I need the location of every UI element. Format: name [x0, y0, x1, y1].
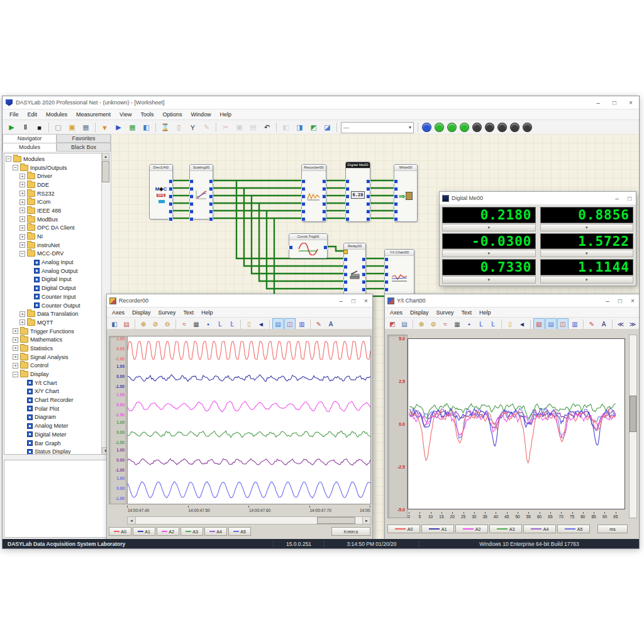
collapse-icon[interactable]: −: [13, 165, 18, 170]
minimize-button[interactable]: –: [590, 97, 606, 109]
input-port[interactable]: [384, 257, 389, 262]
tree-item-mathematics[interactable]: +Mathematics: [6, 335, 109, 344]
time-unit-button[interactable]: ms: [597, 525, 628, 533]
window-layout-button-3[interactable]: ◩: [307, 121, 320, 134]
layout-single-icon[interactable]: ▤: [272, 318, 284, 330]
yt-menu-display[interactable]: Display: [406, 309, 433, 316]
worksheet-page-2-button[interactable]: [447, 123, 457, 132]
input-port[interactable]: [343, 280, 348, 284]
output-port[interactable]: [322, 179, 326, 184]
tree-item-modules[interactable]: −Modules: [6, 155, 109, 164]
output-port[interactable]: [366, 179, 370, 184]
input-port[interactable]: [301, 217, 306, 221]
channel-button-a1[interactable]: A1: [421, 525, 454, 533]
window-tool-button[interactable]: ◧: [140, 121, 153, 134]
recorder-h-scrollbar[interactable]: ◄ ►: [127, 516, 371, 525]
output-port[interactable]: [169, 194, 173, 199]
output-port[interactable]: [209, 179, 213, 184]
tree-item-status-display[interactable]: Status Display: [6, 447, 109, 455]
pointer-icon[interactable]: ◄: [516, 318, 528, 330]
start-button[interactable]: ▶: [5, 121, 18, 134]
layout-bars-icon[interactable]: ▥: [296, 318, 308, 330]
curve-icon[interactable]: ≈: [179, 318, 190, 330]
tree-item-statistics[interactable]: +Statistics: [6, 344, 109, 353]
yt-v-scrollbar[interactable]: [629, 335, 637, 518]
menu-window[interactable]: Window: [187, 111, 216, 118]
input-port[interactable]: [343, 287, 348, 292]
worksheet-page-1-button[interactable]: [435, 123, 444, 132]
tree-item-analog-meter[interactable]: Analog Meter: [6, 421, 109, 430]
input-port[interactable]: [189, 202, 194, 206]
minimize-button[interactable]: –: [335, 295, 347, 307]
display-menu-bar[interactable]: ▼: [540, 250, 634, 257]
window-layout-button-2[interactable]: ◨: [293, 121, 306, 134]
scroll-up-icon[interactable]: ▲: [102, 153, 109, 160]
tab-navigator[interactable]: Navigator: [3, 134, 57, 143]
y-axis-icon[interactable]: L: [475, 318, 487, 330]
output-port[interactable]: [366, 194, 370, 199]
close-button[interactable]: ×: [623, 97, 639, 109]
output-port[interactable]: [209, 202, 213, 206]
worksheet-page-5-button[interactable]: [485, 123, 494, 132]
maximize-button[interactable]: □: [623, 192, 636, 204]
open-worksheet-button[interactable]: ▣: [65, 121, 79, 134]
tab-black-box[interactable]: Black Box: [57, 143, 111, 152]
scroll-end-icon[interactable]: ≫: [627, 318, 638, 330]
worksheet-page-6-button[interactable]: [497, 123, 507, 132]
zoom-combobox[interactable]: —▾: [341, 122, 414, 133]
minimize-button[interactable]: –: [601, 295, 614, 307]
input-port[interactable]: [301, 202, 306, 206]
input-port[interactable]: [343, 257, 348, 262]
module-dev1ai0[interactable]: Dev1/Ai0M◆CDAQ: [149, 164, 173, 219]
module-ytchart00[interactable]: Y/t Chart00: [384, 249, 414, 299]
input-port[interactable]: [394, 194, 398, 199]
tree-item-x-y-chart[interactable]: X/Y Chart: [6, 387, 109, 396]
zoom-out-icon[interactable]: ⊖: [162, 318, 173, 330]
menu-options[interactable]: Options: [158, 111, 186, 118]
output-port[interactable]: [169, 187, 173, 191]
t-axis-icon[interactable]: Ŀ: [226, 318, 238, 330]
tree-item-mcc-drv[interactable]: −MCC-DRV: [6, 250, 109, 258]
expand-icon[interactable]: +: [13, 328, 18, 334]
module-scaling00[interactable]: Scaling00: [189, 164, 213, 219]
select-tool-button[interactable]: ▶: [112, 121, 125, 134]
scroll-right-icon[interactable]: ►: [362, 517, 370, 524]
input-port[interactable]: [384, 265, 389, 269]
channel-button-a0[interactable]: A0: [387, 525, 420, 533]
maximize-button[interactable]: □: [606, 97, 623, 109]
pause-button[interactable]: Ⅱ: [19, 121, 32, 134]
note-icon[interactable]: ▯: [243, 318, 255, 330]
output-port[interactable]: [322, 187, 326, 191]
input-port[interactable]: [394, 202, 398, 206]
expand-icon[interactable]: +: [19, 216, 25, 222]
curve-icon[interactable]: ≈: [440, 318, 451, 330]
display-tool-button[interactable]: ▦: [126, 121, 139, 134]
recorder-menu-text[interactable]: Text: [180, 309, 198, 316]
y-axis-icon[interactable]: L: [214, 318, 226, 330]
undo-button[interactable]: ↶: [260, 121, 274, 134]
tab-modules[interactable]: Modules: [3, 143, 57, 152]
layout-bars-icon[interactable]: ▥: [569, 318, 580, 330]
input-port[interactable]: [343, 265, 348, 269]
input-port[interactable]: [301, 187, 306, 191]
expand-icon[interactable]: +: [19, 199, 25, 205]
scroll-start-icon[interactable]: ≪: [615, 318, 626, 330]
output-port[interactable]: [322, 217, 326, 221]
copy-button[interactable]: ▣: [233, 121, 246, 134]
output-port[interactable]: [209, 187, 213, 191]
channel-button-a5[interactable]: A5: [228, 527, 251, 536]
tree-item-digital-output[interactable]: Digital Output: [6, 284, 109, 292]
t-axis-icon[interactable]: Ŀ: [487, 318, 499, 330]
output-port[interactable]: [362, 272, 366, 277]
input-port[interactable]: [345, 217, 350, 221]
yt-menu-survey[interactable]: Survey: [433, 309, 458, 316]
display-menu-bar[interactable]: ▼: [540, 276, 634, 284]
yt-menu-help[interactable]: Help: [475, 309, 495, 316]
menu-edit[interactable]: Edit: [23, 111, 42, 118]
worksheet-page-8-button[interactable]: [523, 123, 532, 132]
tree-item-counter-input[interactable]: Counter Input: [6, 292, 109, 301]
store-icon[interactable]: ▦: [452, 318, 463, 330]
note-icon[interactable]: ▯: [504, 318, 516, 330]
output-port[interactable]: [209, 217, 213, 221]
stripe-view-icon[interactable]: ▤: [399, 318, 410, 330]
